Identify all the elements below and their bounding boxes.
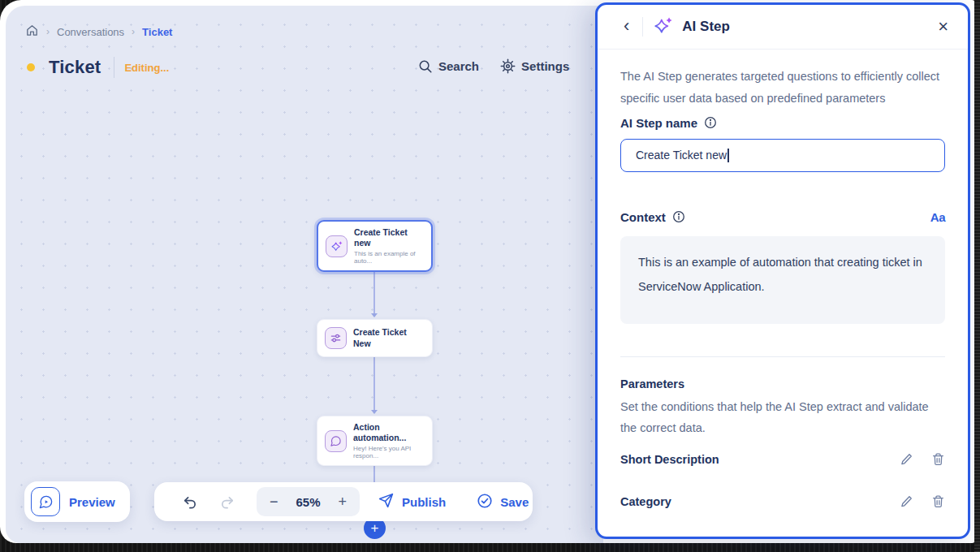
context-label: Context	[620, 210, 666, 224]
node-action-automation[interactable]: Action automation... Hey! Here's you API…	[317, 416, 433, 466]
panel-description: The AI Step generates targeted questions…	[620, 66, 945, 110]
breadcrumb-conversations[interactable]: Conversations	[57, 26, 124, 38]
gear-icon	[500, 58, 516, 74]
parameters-description: Set the conditions that help the AI Step…	[620, 396, 945, 438]
status-dot	[27, 63, 35, 71]
close-icon[interactable]: ×	[938, 18, 948, 36]
title-divider	[114, 57, 114, 78]
parameter-row: Priority	[620, 523, 945, 539]
paper-plane-icon	[378, 492, 395, 511]
panel-title: AI Step	[682, 19, 730, 35]
preview-chat-play-icon	[31, 487, 60, 516]
node-subtitle: This is an example of auto...	[354, 250, 424, 265]
publish-label: Publish	[402, 495, 446, 509]
scrollbar[interactable]	[974, 0, 980, 552]
breadcrumb-ticket[interactable]: Ticket	[142, 26, 172, 38]
connector-line	[373, 350, 375, 413]
ai-sparkle-icon	[653, 15, 674, 39]
search-label: Search	[438, 59, 479, 73]
page-title: Ticket	[49, 57, 101, 78]
redo-button[interactable]	[220, 494, 235, 510]
context-textarea[interactable]: This is an example of automation that cr…	[620, 236, 945, 324]
section-divider	[620, 356, 945, 357]
search-icon	[418, 59, 433, 74]
parameter-row: Short Description	[620, 438, 945, 481]
parameter-row: Category	[620, 481, 945, 523]
node-title: Action automation...	[353, 422, 425, 443]
node-create-ticket-new-ai[interactable]: Create Ticket new This is an example of …	[317, 220, 433, 272]
undo-button[interactable]	[182, 494, 197, 510]
text-format-icon[interactable]: Aa	[930, 210, 945, 224]
flow-sliders-icon	[325, 327, 347, 349]
preview-button[interactable]: Preview	[24, 481, 130, 522]
info-icon[interactable]	[672, 210, 685, 223]
home-icon[interactable]	[25, 24, 39, 40]
header-divider	[642, 17, 643, 37]
settings-button[interactable]: Settings	[500, 58, 569, 74]
node-title: Create Ticket new	[354, 227, 424, 248]
breadcrumb-separator: ›	[132, 26, 135, 37]
ai-step-panel: ‹ AI Step × The AI Step generates target…	[595, 2, 970, 539]
ai-step-name-label: AI Step name	[620, 116, 697, 130]
delete-trash-icon[interactable]	[931, 537, 945, 539]
text-caret	[727, 149, 729, 162]
settings-label: Settings	[521, 59, 569, 73]
page-title-row: Ticket Editing...	[27, 57, 169, 78]
search-button[interactable]: Search	[418, 59, 479, 74]
edit-pencil-icon[interactable]	[900, 452, 913, 466]
edit-pencil-icon[interactable]	[900, 537, 913, 539]
node-title: Create Ticket New	[353, 327, 425, 348]
save-label: Save	[500, 495, 529, 509]
info-icon[interactable]	[704, 116, 717, 129]
edit-pencil-icon[interactable]	[900, 494, 913, 508]
parameter-name: Category	[620, 495, 671, 508]
breadcrumb-separator: ›	[46, 26, 50, 37]
canvas-toolbar: − 65% + Publish Save	[154, 482, 533, 521]
delete-trash-icon[interactable]	[931, 494, 945, 508]
check-circle-icon	[477, 493, 493, 511]
back-chevron-icon[interactable]: ‹	[617, 17, 636, 37]
zoom-level: 65%	[293, 495, 324, 509]
breadcrumb: › Conversations › Ticket	[25, 24, 172, 40]
parameters-title: Parameters	[620, 377, 945, 390]
editing-status: Editing...	[124, 62, 169, 74]
flow-canvas[interactable]: › Conversations › Ticket Ticket Editing.…	[6, 6, 603, 543]
parameter-name: Priority	[620, 537, 662, 539]
chat-bubble-icon	[325, 430, 347, 452]
zoom-out-button[interactable]: −	[268, 494, 280, 509]
save-button[interactable]: Save	[477, 493, 529, 511]
node-create-ticket-new[interactable]: Create Ticket New	[317, 319, 433, 357]
parameter-name: Short Description	[620, 453, 719, 466]
node-subtitle: Hey! Here's you API respon...	[353, 445, 425, 459]
zoom-in-button[interactable]: +	[337, 494, 349, 509]
publish-button[interactable]: Publish	[378, 492, 446, 511]
zoom-control: − 65% +	[257, 487, 360, 516]
panel-header: ‹ AI Step ×	[598, 5, 968, 50]
delete-trash-icon[interactable]	[931, 452, 945, 466]
preview-label: Preview	[69, 495, 115, 509]
ai-step-name-value: Create Ticket new	[636, 149, 727, 162]
sparkle-icon	[326, 235, 348, 257]
ai-step-name-input[interactable]: Create Ticket new	[620, 139, 945, 172]
